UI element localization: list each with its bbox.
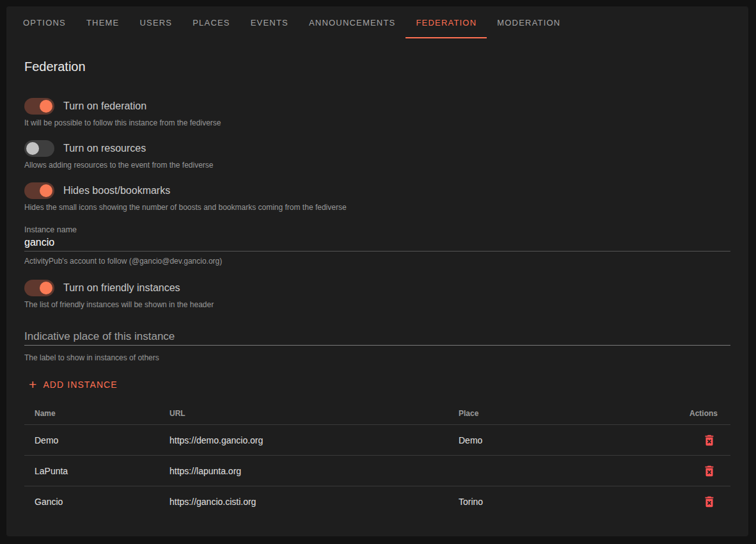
column-header-name: Name — [24, 409, 169, 418]
tab-moderation[interactable]: MODERATION — [487, 6, 571, 38]
table-row: Demo https://demo.gancio.org Demo — [24, 425, 730, 456]
page-title: Federation — [24, 60, 730, 73]
tab-options[interactable]: OPTIONS — [13, 6, 76, 38]
instance-name-label: Instance name — [24, 225, 730, 235]
federation-toggle[interactable] — [24, 98, 54, 115]
add-instance-label: ADD INSTANCE — [43, 380, 117, 390]
tab-label: FEDERATION — [416, 18, 476, 28]
trash-delete-icon — [702, 464, 716, 478]
instance-place-field: The label to show in instances of others — [24, 330, 730, 362]
column-header-url: URL — [169, 409, 459, 418]
tab-events[interactable]: EVENTS — [240, 6, 299, 38]
tab-label: USERS — [139, 18, 172, 28]
instance-url-cell: https://lapunta.org — [169, 466, 459, 476]
instance-url-cell: https://demo.gancio.org — [169, 435, 459, 445]
setting-hint: Hides the small icons showing the number… — [24, 203, 730, 212]
column-header-actions: Actions — [679, 409, 730, 418]
instance-name-hint: ActivityPub's account to follow (@gancio… — [24, 257, 730, 266]
switch-thumb — [40, 184, 52, 197]
setting-federation: Turn on federation It will be possible t… — [24, 98, 730, 127]
tab-users[interactable]: USERS — [129, 6, 182, 38]
instance-place-input[interactable] — [24, 330, 730, 346]
instance-url-cell: https://gancio.cisti.org — [169, 497, 459, 507]
setting-hint: It will be possible to follow this insta… — [24, 118, 730, 127]
federation-settings-panel: Federation Turn on federation It will be… — [6, 60, 748, 517]
trash-delete-icon — [702, 495, 716, 509]
delete-instance-button[interactable] — [701, 432, 718, 449]
add-instance-button[interactable]: + ADD INSTANCE — [26, 376, 123, 393]
table-row: LaPunta https://lapunta.org — [24, 456, 730, 486]
tab-places[interactable]: PLACES — [182, 6, 240, 38]
switch-thumb — [40, 282, 52, 294]
tab-label: EVENTS — [251, 18, 288, 28]
setting-label: Turn on resources — [63, 143, 146, 154]
tab-announcements[interactable]: ANNOUNCEMENTS — [299, 6, 406, 38]
switch-thumb — [26, 142, 39, 155]
trash-delete-icon — [702, 433, 716, 447]
instance-name-cell: LaPunta — [24, 466, 169, 476]
setting-hint: The list of friendly instances will be s… — [24, 300, 730, 309]
hide-boosts-toggle[interactable] — [24, 182, 54, 199]
friendly-instances-toggle[interactable] — [24, 280, 54, 296]
table-row: Gancio https://gancio.cisti.org Torino — [24, 486, 730, 517]
instance-place-cell: Demo — [459, 435, 679, 445]
setting-label: Turn on federation — [63, 100, 146, 112]
tab-label: ANNOUNCEMENTS — [309, 18, 396, 28]
tab-label: OPTIONS — [23, 18, 66, 28]
tab-label: MODERATION — [497, 18, 560, 28]
setting-label: Hides boost/bookmarks — [63, 185, 170, 196]
admin-tab-bar: OPTIONS THEME USERS PLACES EVENTS ANNOUN… — [6, 6, 748, 38]
tab-federation[interactable]: FEDERATION — [406, 6, 487, 38]
table-header-row: Name URL Place Actions — [24, 402, 730, 425]
switch-thumb — [40, 100, 52, 113]
setting-hint: Allows adding resources to the event fro… — [24, 161, 730, 170]
tab-label: PLACES — [193, 18, 230, 28]
setting-hide-boosts: Hides boost/bookmarks Hides the small ic… — [24, 182, 730, 212]
instance-name-cell: Gancio — [24, 497, 169, 507]
instance-name-field: Instance name ActivityPub's account to f… — [24, 225, 730, 266]
delete-instance-button[interactable] — [701, 463, 718, 479]
setting-label: Turn on friendly instances — [63, 282, 180, 294]
instance-name-input[interactable] — [24, 236, 730, 252]
instance-name-cell: Demo — [24, 435, 169, 445]
setting-resources: Turn on resources Allows adding resource… — [24, 140, 730, 170]
instance-place-cell: Torino — [459, 497, 679, 507]
column-header-place: Place — [459, 409, 679, 418]
instance-place-hint: The label to show in instances of others — [24, 353, 730, 362]
instances-table: Name URL Place Actions Demo https://demo… — [24, 402, 730, 517]
admin-panel-card: OPTIONS THEME USERS PLACES EVENTS ANNOUN… — [6, 6, 748, 536]
tab-label: THEME — [86, 18, 120, 28]
tab-theme[interactable]: THEME — [76, 6, 130, 38]
delete-instance-button[interactable] — [701, 493, 718, 510]
plus-icon: + — [29, 378, 37, 391]
setting-friendly-instances: Turn on friendly instances The list of f… — [24, 280, 730, 309]
resources-toggle[interactable] — [24, 140, 54, 157]
